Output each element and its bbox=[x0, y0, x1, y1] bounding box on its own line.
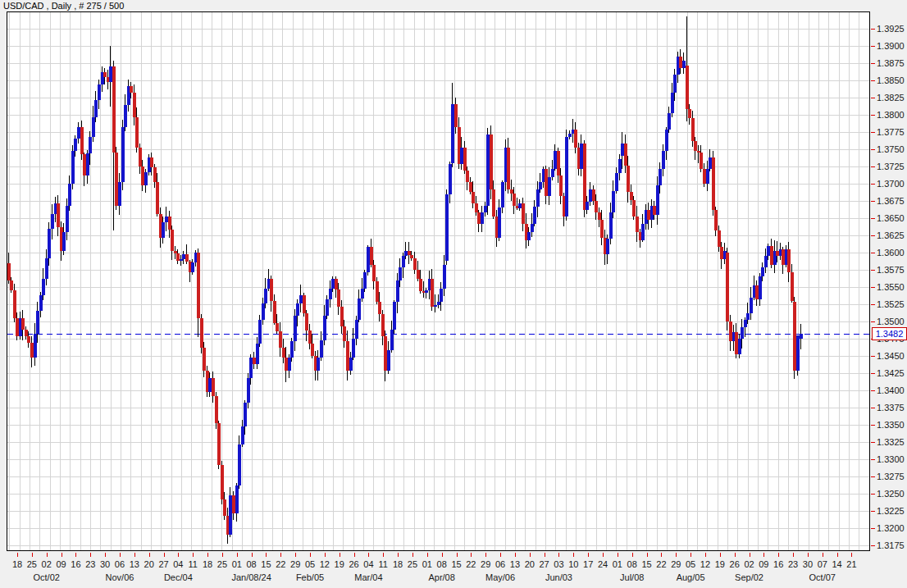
time-axis-day-label: 29 bbox=[290, 559, 300, 569]
candle-body bbox=[466, 171, 469, 182]
candle-body bbox=[662, 151, 665, 169]
time-axis-tick bbox=[17, 553, 18, 557]
time-axis-day-label: 08 bbox=[437, 559, 447, 569]
time-axis-day-label: 10 bbox=[568, 559, 578, 569]
candle-body bbox=[404, 251, 408, 256]
candle-body bbox=[668, 113, 671, 130]
candle-body bbox=[486, 134, 490, 206]
candle-body bbox=[624, 144, 627, 165]
time-axis-day-label: 16 bbox=[773, 559, 783, 569]
candle-body bbox=[343, 326, 346, 341]
time-axis-month-label: Dec/04 bbox=[164, 572, 193, 582]
time-axis-tick bbox=[62, 553, 62, 557]
time-axis-month-label: Aug/05 bbox=[677, 572, 705, 582]
candle-body bbox=[176, 253, 180, 262]
candle-body bbox=[408, 251, 411, 254]
candle-body bbox=[659, 169, 662, 185]
time-axis-day-label: 04 bbox=[173, 559, 183, 569]
candle-body bbox=[235, 485, 239, 513]
candle-body bbox=[139, 148, 142, 166]
candle-body bbox=[761, 267, 764, 276]
time-axis-tick bbox=[676, 553, 677, 557]
candle-body bbox=[381, 314, 385, 336]
candle-body bbox=[425, 290, 428, 293]
chart-title: USD/CAD , Daily , # 275 / 500 bbox=[3, 1, 124, 11]
candle-body bbox=[796, 335, 800, 371]
time-axis-month-label: Nov/06 bbox=[106, 572, 134, 582]
candle-body bbox=[413, 258, 417, 271]
price-axis-tick bbox=[871, 545, 875, 546]
candlestick-plot[interactable] bbox=[7, 12, 869, 550]
candle-body bbox=[174, 251, 177, 253]
candle-body bbox=[686, 66, 689, 110]
time-axis-day-label: 16 bbox=[71, 559, 80, 569]
candle-body bbox=[98, 84, 101, 99]
candle-body bbox=[290, 341, 294, 358]
time-axis[interactable]: 1825020916233006132027041118250108152229… bbox=[0, 551, 907, 588]
candle-body bbox=[247, 378, 250, 403]
candle-body bbox=[431, 279, 434, 307]
time-axis-day-label: 19 bbox=[335, 559, 344, 569]
time-axis-day-label: 29 bbox=[671, 559, 681, 569]
candle-body bbox=[759, 276, 762, 299]
time-axis-tick bbox=[691, 553, 691, 557]
candle-body bbox=[296, 303, 299, 316]
candle-body bbox=[706, 169, 709, 184]
time-axis-tick bbox=[252, 553, 253, 557]
time-axis-tick bbox=[545, 553, 545, 557]
price-axis-label: 1.3700 bbox=[877, 179, 905, 189]
time-axis-tick bbox=[500, 553, 501, 557]
candle-body bbox=[232, 495, 235, 513]
candle-body bbox=[150, 157, 153, 167]
time-axis-day-label: 05 bbox=[686, 559, 695, 569]
price-axis-tick bbox=[871, 115, 875, 116]
candle-body bbox=[460, 148, 463, 164]
candle-body bbox=[615, 173, 618, 190]
price-axis-tick bbox=[871, 459, 875, 460]
price-axis-tick bbox=[871, 356, 875, 357]
time-axis-day-label: 12 bbox=[320, 559, 330, 569]
candle-body bbox=[197, 253, 200, 318]
time-axis-day-label: 22 bbox=[276, 559, 285, 569]
candle-body bbox=[86, 153, 89, 175]
price-axis-tick bbox=[871, 253, 875, 253]
candle-body bbox=[223, 499, 226, 516]
time-axis-day-label: 24 bbox=[598, 559, 608, 569]
time-axis-day-label: 25 bbox=[217, 559, 227, 569]
chart-plot-area[interactable] bbox=[7, 11, 870, 551]
candle-body bbox=[630, 192, 633, 200]
candle-body bbox=[36, 311, 39, 334]
time-axis-day-label: 06 bbox=[495, 559, 505, 569]
time-axis-month-label: Jul/08 bbox=[620, 572, 644, 582]
time-axis-tick bbox=[222, 553, 223, 557]
candle-body bbox=[68, 184, 71, 206]
price-axis[interactable]: 1.3482 1.39251.39001.38751.38501.38251.3… bbox=[870, 0, 907, 588]
time-axis-tick bbox=[647, 553, 648, 557]
candle-body bbox=[399, 267, 402, 280]
candle-body bbox=[135, 117, 139, 148]
candle-body bbox=[249, 358, 253, 378]
time-axis-tick bbox=[32, 553, 33, 557]
candle-body bbox=[551, 169, 554, 178]
candle-body bbox=[793, 302, 796, 371]
candle-body bbox=[627, 166, 630, 193]
time-axis-tick bbox=[793, 553, 794, 557]
candle-body bbox=[229, 495, 232, 536]
time-axis-tick bbox=[368, 553, 369, 557]
candle-body bbox=[527, 232, 531, 239]
price-axis-tick bbox=[871, 166, 875, 167]
time-axis-tick bbox=[149, 553, 150, 557]
price-axis-tick bbox=[871, 46, 875, 47]
candle-body bbox=[718, 230, 721, 247]
price-axis-tick bbox=[871, 235, 875, 236]
candle-body bbox=[744, 320, 747, 326]
candle-body bbox=[656, 185, 659, 215]
time-axis-day-label: 01 bbox=[613, 559, 622, 569]
candle-body bbox=[720, 247, 723, 259]
price-axis-label: 1.3675 bbox=[877, 196, 905, 206]
candle-body bbox=[361, 289, 364, 299]
candle-body bbox=[74, 139, 77, 151]
candle-body bbox=[481, 212, 484, 224]
time-axis-day-label: 13 bbox=[130, 559, 139, 569]
candle-body bbox=[586, 202, 589, 210]
